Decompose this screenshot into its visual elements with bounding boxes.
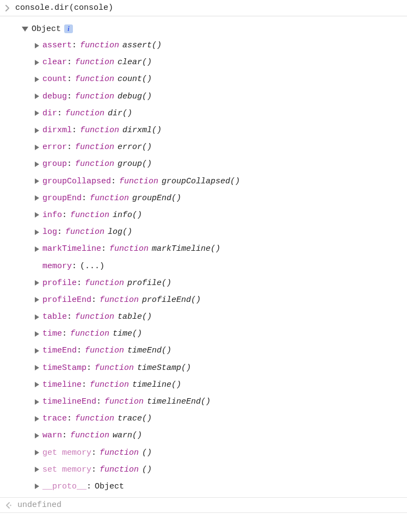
property-key: count — [42, 75, 67, 84]
property-row[interactable]: profileEnd:functionprofileEnd() — [35, 292, 407, 308]
property-row[interactable]: warn:functionwarn() — [35, 427, 407, 444]
property-row[interactable]: timeline:functiontimeline() — [35, 376, 407, 393]
expand-arrow-icon[interactable] — [35, 331, 39, 337]
object-properties-list: assert:functionassert()clear:functioncle… — [0, 37, 407, 495]
expand-arrow-icon[interactable] — [35, 484, 39, 489]
colon-separator: : — [67, 414, 72, 423]
expand-arrow-icon[interactable] — [35, 382, 39, 387]
function-keyword: function — [100, 295, 139, 305]
colon-separator: : — [91, 448, 96, 457]
property-row[interactable]: count:functioncount() — [35, 71, 407, 88]
expand-arrow-icon[interactable] — [35, 195, 39, 201]
expand-toggle-icon[interactable] — [22, 27, 28, 32]
property-row[interactable]: memory:(...) — [35, 257, 407, 274]
console-output: Object i assert:functionassert()clear:fu… — [0, 16, 407, 497]
property-key: clear — [42, 58, 67, 67]
property-key: debug — [42, 92, 67, 101]
object-header-row[interactable]: Object i — [0, 21, 407, 37]
function-name: groupCollapsed() — [162, 177, 240, 186]
property-row[interactable]: trace:functiontrace() — [35, 410, 407, 427]
expand-arrow-icon[interactable] — [35, 399, 39, 405]
svg-point-0 — [10, 504, 11, 505]
function-name: timeEnd() — [127, 346, 171, 355]
property-row[interactable]: assert:functionassert() — [35, 37, 407, 54]
property-key: dirxml — [42, 126, 72, 135]
expand-arrow-icon[interactable] — [35, 416, 39, 422]
expand-arrow-icon[interactable] — [35, 230, 39, 235]
expand-arrow-icon[interactable] — [35, 145, 39, 150]
expand-arrow-icon[interactable] — [35, 43, 39, 48]
expand-arrow-icon[interactable] — [35, 246, 39, 252]
colon-separator: : — [91, 465, 96, 474]
function-keyword: function — [70, 431, 109, 440]
property-key: __proto__ — [42, 482, 87, 491]
property-row[interactable]: timeStamp:functiontimeStamp() — [35, 360, 407, 376]
property-row[interactable]: profile:functionprofile() — [35, 275, 407, 292]
colon-separator: : — [111, 177, 116, 186]
expand-arrow-icon[interactable] — [35, 60, 39, 65]
expand-arrow-icon[interactable] — [35, 128, 39, 133]
property-row[interactable]: debug:functiondebug() — [35, 88, 407, 105]
property-row[interactable]: __proto__:Object — [35, 478, 407, 495]
function-keyword: function — [104, 397, 144, 406]
property-row[interactable]: markTimeline:functionmarkTimeline() — [35, 240, 407, 257]
property-key: trace — [42, 414, 67, 423]
expand-arrow-icon[interactable] — [35, 365, 39, 370]
function-keyword: function — [65, 109, 104, 118]
property-row[interactable]: timeEnd:functiontimeEnd() — [35, 342, 407, 359]
info-badge-icon[interactable]: i — [64, 24, 73, 33]
property-row[interactable]: dirxml:functiondirxml() — [35, 122, 407, 139]
property-key: profileEnd — [42, 295, 91, 305]
expand-arrow-icon[interactable] — [35, 212, 39, 218]
function-keyword: function — [119, 177, 158, 186]
property-key: info — [42, 211, 62, 220]
colon-separator: : — [77, 279, 82, 288]
expand-arrow-icon[interactable] — [35, 162, 39, 167]
colon-separator: : — [77, 346, 82, 355]
function-keyword: function — [100, 448, 139, 457]
colon-separator: : — [67, 75, 72, 84]
expand-arrow-icon[interactable] — [35, 178, 39, 184]
property-key: timeEnd — [42, 346, 77, 355]
property-row[interactable]: dir:functiondir() — [35, 105, 407, 122]
expand-arrow-icon[interactable] — [35, 77, 39, 82]
function-name: dirxml() — [122, 126, 162, 135]
colon-separator: : — [67, 143, 72, 152]
expand-arrow-icon[interactable] — [35, 94, 39, 99]
expand-arrow-icon[interactable] — [35, 314, 39, 320]
colon-separator: : — [57, 227, 62, 237]
function-name: count() — [118, 75, 152, 84]
console-input-text[interactable]: console.dir(console) — [15, 3, 113, 13]
expand-arrow-icon[interactable] — [35, 348, 39, 354]
property-row[interactable]: set memory:function() — [35, 461, 407, 478]
property-row[interactable]: groupEnd:functiongroupEnd() — [35, 190, 407, 207]
expand-arrow-icon[interactable] — [35, 280, 39, 286]
property-key: groupEnd — [42, 194, 82, 203]
function-keyword: function — [70, 329, 109, 338]
property-row[interactable]: time:functiontime() — [35, 325, 407, 342]
expand-arrow-icon[interactable] — [35, 450, 39, 455]
function-name: table() — [118, 312, 152, 321]
colon-separator: : — [67, 312, 72, 321]
expand-arrow-icon[interactable] — [35, 110, 39, 116]
property-row[interactable]: log:functionlog() — [35, 224, 407, 240]
property-key: timeStamp — [42, 363, 87, 373]
function-keyword: function — [75, 58, 114, 67]
property-row[interactable]: info:functioninfo() — [35, 207, 407, 224]
property-row[interactable]: timelineEnd:functiontimelineEnd() — [35, 393, 407, 410]
property-row[interactable]: clear:functionclear() — [35, 54, 407, 71]
colon-separator: : — [87, 482, 91, 491]
property-key: dir — [42, 109, 57, 118]
property-row[interactable]: group:functiongroup() — [35, 156, 407, 172]
expand-arrow-icon[interactable] — [35, 467, 39, 472]
expand-arrow-icon[interactable] — [35, 297, 39, 302]
property-row[interactable]: error:functionerror() — [35, 139, 407, 156]
property-row[interactable]: table:functiontable() — [35, 308, 407, 325]
function-name: warn() — [113, 431, 142, 440]
function-keyword: function — [75, 75, 114, 84]
expand-arrow-icon[interactable] — [35, 433, 39, 438]
property-row[interactable]: get memory:function() — [35, 444, 407, 461]
property-key: group — [42, 159, 67, 169]
function-name: () — [142, 448, 152, 457]
property-row[interactable]: groupCollapsed:functiongroupCollapsed() — [35, 173, 407, 190]
